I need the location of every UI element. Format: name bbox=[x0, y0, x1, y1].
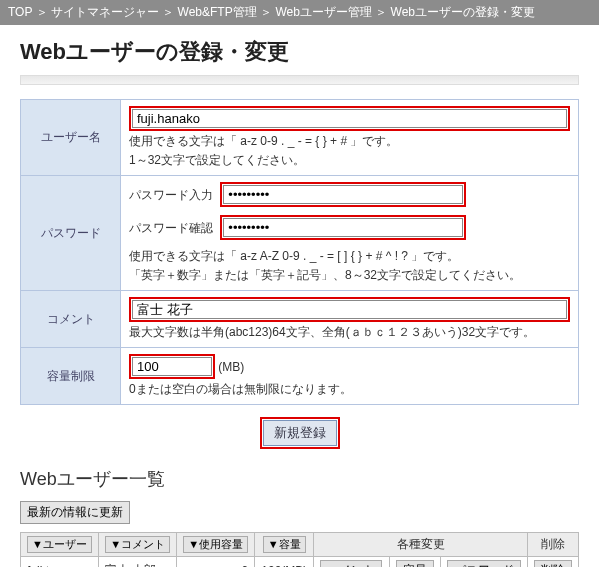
title-divider bbox=[20, 75, 579, 85]
breadcrumb-item[interactable]: サイトマネージャー bbox=[51, 5, 159, 19]
limit-unit: (MB) bbox=[218, 360, 244, 374]
password-input-label: パスワード入力 bbox=[129, 187, 217, 204]
col-delete: 削除 bbox=[527, 533, 578, 557]
sort-user-button[interactable]: ▼ユーザー bbox=[27, 536, 92, 553]
cell-comment: 富士 太郎 bbox=[99, 557, 177, 568]
cell-user: fuji.taro bbox=[21, 557, 99, 568]
breadcrumb-item: Webユーザーの登録・変更 bbox=[391, 5, 535, 19]
row-cap-button[interactable]: 容量 bbox=[396, 560, 434, 567]
table-header-row: ▼ユーザー ▼コメント ▼使用容量 ▼容量 各種変更 削除 bbox=[21, 533, 579, 557]
sort-used-button[interactable]: ▼使用容量 bbox=[183, 536, 248, 553]
row-password-button[interactable]: パスワード bbox=[447, 560, 521, 567]
comment-label: コメント bbox=[21, 291, 121, 348]
password-hint2: 「英字＋数字」または「英字＋記号」、8～32文字で設定してください。 bbox=[129, 267, 570, 284]
sort-cap-button[interactable]: ▼容量 bbox=[263, 536, 306, 553]
password-input[interactable] bbox=[223, 185, 463, 204]
breadcrumb-item[interactable]: TOP bbox=[8, 5, 32, 19]
breadcrumb-item[interactable]: Webユーザー管理 bbox=[275, 5, 371, 19]
row-comment-button[interactable]: コメント bbox=[320, 560, 382, 567]
table-row: fuji.taro 富士 太郎 0 100(MB) コメント 容量 パスワード … bbox=[21, 557, 579, 568]
username-label: ユーザー名 bbox=[21, 100, 121, 176]
comment-hint: 最大文字数は半角(abc123)64文字、全角(ａｂｃ１２３あいう)32文字です… bbox=[129, 324, 570, 341]
username-input[interactable] bbox=[132, 109, 567, 128]
comment-input[interactable] bbox=[132, 300, 567, 319]
password-confirm-label: パスワード確認 bbox=[129, 220, 217, 237]
register-form: ユーザー名 使用できる文字は「 a-z 0-9 . _ - = { } + # … bbox=[20, 99, 579, 405]
username-hint: 使用できる文字は「 a-z 0-9 . _ - = { } + # 」です。 bbox=[129, 133, 570, 150]
sort-comment-button[interactable]: ▼コメント bbox=[105, 536, 170, 553]
password-label: パスワード bbox=[21, 176, 121, 291]
cell-used: 0 bbox=[177, 557, 255, 568]
limit-label: 容量制限 bbox=[21, 348, 121, 405]
password-hint: 使用できる文字は「 a-z A-Z 0-9 . _ - = [ ] { } + … bbox=[129, 248, 570, 265]
row-delete-button[interactable]: 削除 bbox=[534, 560, 572, 567]
breadcrumb-item[interactable]: Web&FTP管理 bbox=[178, 5, 257, 19]
list-heading: Webユーザー一覧 bbox=[20, 467, 579, 491]
col-changes: 各種変更 bbox=[314, 533, 527, 557]
user-list-table: ▼ユーザー ▼コメント ▼使用容量 ▼容量 各種変更 削除 fuji.taro … bbox=[20, 532, 579, 567]
limit-input[interactable] bbox=[132, 357, 212, 376]
cell-cap: 100(MB) bbox=[255, 557, 314, 568]
limit-hint: 0または空白の場合は無制限になります。 bbox=[129, 381, 570, 398]
page-title: Webユーザーの登録・変更 bbox=[20, 37, 579, 67]
breadcrumb: TOP ＞ サイトマネージャー ＞ Web&FTP管理 ＞ Webユーザー管理 … bbox=[0, 0, 599, 25]
refresh-button[interactable]: 最新の情報に更新 bbox=[20, 501, 130, 524]
username-hint2: 1～32文字で設定してください。 bbox=[129, 152, 570, 169]
password-confirm-input[interactable] bbox=[223, 218, 463, 237]
submit-button[interactable]: 新規登録 bbox=[263, 420, 337, 446]
